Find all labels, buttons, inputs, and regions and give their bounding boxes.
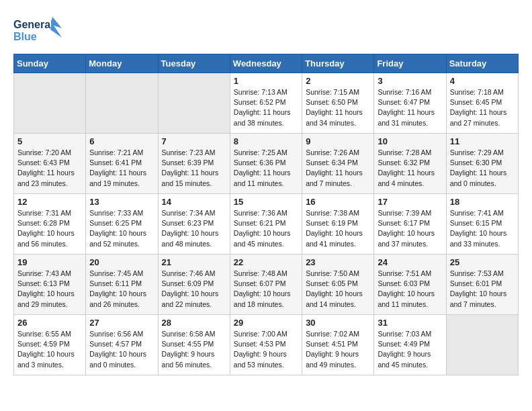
day-number: 15 [234,197,298,207]
calendar-cell: 20Sunrise: 7:45 AMSunset: 6:11 PMDayligh… [86,255,158,315]
day-info: Sunrise: 7:38 AMSunset: 6:19 PMDaylight:… [306,208,370,249]
day-info: Sunrise: 7:00 AMSunset: 4:53 PMDaylight:… [234,329,298,370]
day-number: 29 [234,318,298,328]
day-number: 9 [306,136,370,146]
weekday-header-row: SundayMondayTuesdayWednesdayThursdayFrid… [14,54,519,73]
weekday-header: Saturday [446,54,518,73]
weekday-header: Monday [86,54,158,73]
calendar-cell: 27Sunrise: 6:56 AMSunset: 4:57 PMDayligh… [86,315,158,375]
calendar-cell: 23Sunrise: 7:50 AMSunset: 6:05 PMDayligh… [302,255,374,315]
weekday-header: Tuesday [158,54,230,73]
calendar-cell: 8Sunrise: 7:25 AMSunset: 6:36 PMDaylight… [230,134,302,194]
calendar-cell: 13Sunrise: 7:33 AMSunset: 6:25 PMDayligh… [86,194,158,255]
day-info: Sunrise: 7:23 AMSunset: 6:39 PMDaylight:… [162,148,226,189]
calendar-cell: 21Sunrise: 7:46 AMSunset: 6:09 PMDayligh… [158,255,230,315]
calendar-cell [158,73,230,134]
day-info: Sunrise: 7:16 AMSunset: 6:47 PMDaylight:… [378,87,442,128]
day-number: 8 [234,136,298,146]
day-number: 3 [378,76,442,86]
calendar-cell: 24Sunrise: 7:51 AMSunset: 6:03 PMDayligh… [374,255,446,315]
calendar-cell: 10Sunrise: 7:28 AMSunset: 6:32 PMDayligh… [374,134,446,194]
calendar-cell: 4Sunrise: 7:18 AMSunset: 6:45 PMDaylight… [446,73,518,134]
day-info: Sunrise: 7:25 AMSunset: 6:36 PMDaylight:… [234,148,298,189]
day-info: Sunrise: 7:03 AMSunset: 4:49 PMDaylight:… [378,329,442,370]
day-number: 24 [378,257,442,267]
day-number: 11 [450,136,515,146]
calendar-cell: 22Sunrise: 7:48 AMSunset: 6:07 PMDayligh… [230,255,302,315]
calendar-table: SundayMondayTuesdayWednesdayThursdayFrid… [13,54,519,375]
calendar-cell: 11Sunrise: 7:29 AMSunset: 6:30 PMDayligh… [446,134,518,194]
calendar-cell [14,73,86,134]
calendar-cell: 14Sunrise: 7:34 AMSunset: 6:23 PMDayligh… [158,194,230,255]
calendar-week-row: 19Sunrise: 7:43 AMSunset: 6:13 PMDayligh… [14,255,519,315]
svg-text:Blue: Blue [13,31,37,42]
day-number: 13 [89,197,154,207]
calendar-cell: 31Sunrise: 7:03 AMSunset: 4:49 PMDayligh… [374,315,446,375]
calendar-cell: 28Sunrise: 6:58 AMSunset: 4:55 PMDayligh… [158,315,230,375]
day-info: Sunrise: 7:20 AMSunset: 6:43 PMDaylight:… [17,148,82,189]
day-info: Sunrise: 7:45 AMSunset: 6:11 PMDaylight:… [89,269,154,310]
calendar-cell: 18Sunrise: 7:41 AMSunset: 6:15 PMDayligh… [446,194,518,255]
day-info: Sunrise: 7:15 AMSunset: 6:50 PMDaylight:… [306,87,370,128]
calendar-cell: 17Sunrise: 7:39 AMSunset: 6:17 PMDayligh… [374,194,446,255]
day-info: Sunrise: 7:41 AMSunset: 6:15 PMDaylight:… [450,208,515,249]
day-info: Sunrise: 7:13 AMSunset: 6:52 PMDaylight:… [234,87,298,128]
calendar-cell [86,73,158,134]
day-info: Sunrise: 7:02 AMSunset: 4:51 PMDaylight:… [306,329,370,370]
page-header: GeneralBlue [13,13,519,47]
day-number: 12 [17,197,82,207]
day-info: Sunrise: 7:29 AMSunset: 6:30 PMDaylight:… [450,148,515,189]
weekday-header: Sunday [14,54,86,73]
calendar-week-row: 1Sunrise: 7:13 AMSunset: 6:52 PMDaylight… [14,73,519,134]
calendar-cell [446,315,518,375]
calendar-cell: 1Sunrise: 7:13 AMSunset: 6:52 PMDaylight… [230,73,302,134]
day-info: Sunrise: 7:43 AMSunset: 6:13 PMDaylight:… [17,269,82,310]
day-number: 21 [162,257,226,267]
day-number: 18 [450,197,515,207]
svg-marker-2 [50,17,62,38]
day-info: Sunrise: 7:21 AMSunset: 6:41 PMDaylight:… [89,148,154,189]
calendar-cell: 9Sunrise: 7:26 AMSunset: 6:34 PMDaylight… [302,134,374,194]
day-number: 22 [234,257,298,267]
day-info: Sunrise: 7:51 AMSunset: 6:03 PMDaylight:… [378,269,442,310]
day-info: Sunrise: 7:33 AMSunset: 6:25 PMDaylight:… [89,208,154,249]
day-number: 28 [162,318,226,328]
day-number: 4 [450,76,515,86]
day-info: Sunrise: 6:56 AMSunset: 4:57 PMDaylight:… [89,329,154,370]
day-info: Sunrise: 7:39 AMSunset: 6:17 PMDaylight:… [378,208,442,249]
day-number: 16 [306,197,370,207]
day-info: Sunrise: 7:28 AMSunset: 6:32 PMDaylight:… [378,148,442,189]
calendar-cell: 30Sunrise: 7:02 AMSunset: 4:51 PMDayligh… [302,315,374,375]
day-info: Sunrise: 7:48 AMSunset: 6:07 PMDaylight:… [234,269,298,310]
day-number: 26 [17,318,82,328]
day-number: 27 [89,318,154,328]
calendar-week-row: 12Sunrise: 7:31 AMSunset: 6:28 PMDayligh… [14,194,519,255]
day-number: 14 [162,197,226,207]
calendar-cell: 3Sunrise: 7:16 AMSunset: 6:47 PMDaylight… [374,73,446,134]
calendar-cell: 29Sunrise: 7:00 AMSunset: 4:53 PMDayligh… [230,315,302,375]
day-number: 20 [89,257,154,267]
calendar-cell: 5Sunrise: 7:20 AMSunset: 6:43 PMDaylight… [14,134,86,194]
day-info: Sunrise: 7:46 AMSunset: 6:09 PMDaylight:… [162,269,226,310]
day-number: 25 [450,257,515,267]
weekday-header: Thursday [302,54,374,73]
day-number: 17 [378,197,442,207]
day-number: 2 [306,76,370,86]
day-number: 31 [378,318,442,328]
calendar-cell: 19Sunrise: 7:43 AMSunset: 6:13 PMDayligh… [14,255,86,315]
day-number: 10 [378,136,442,146]
day-info: Sunrise: 7:36 AMSunset: 6:21 PMDaylight:… [234,208,298,249]
calendar-cell: 16Sunrise: 7:38 AMSunset: 6:19 PMDayligh… [302,194,374,255]
calendar-cell: 26Sunrise: 6:55 AMSunset: 4:59 PMDayligh… [14,315,86,375]
day-info: Sunrise: 7:34 AMSunset: 6:23 PMDaylight:… [162,208,226,249]
day-number: 1 [234,76,298,86]
calendar-cell: 15Sunrise: 7:36 AMSunset: 6:21 PMDayligh… [230,194,302,255]
calendar-cell: 25Sunrise: 7:53 AMSunset: 6:01 PMDayligh… [446,255,518,315]
day-number: 30 [306,318,370,328]
calendar-cell: 7Sunrise: 7:23 AMSunset: 6:39 PMDaylight… [158,134,230,194]
day-number: 19 [17,257,82,267]
day-info: Sunrise: 7:18 AMSunset: 6:45 PMDaylight:… [450,87,515,128]
day-info: Sunrise: 6:58 AMSunset: 4:55 PMDaylight:… [162,329,226,370]
day-number: 23 [306,257,370,267]
calendar-cell: 6Sunrise: 7:21 AMSunset: 6:41 PMDaylight… [86,134,158,194]
